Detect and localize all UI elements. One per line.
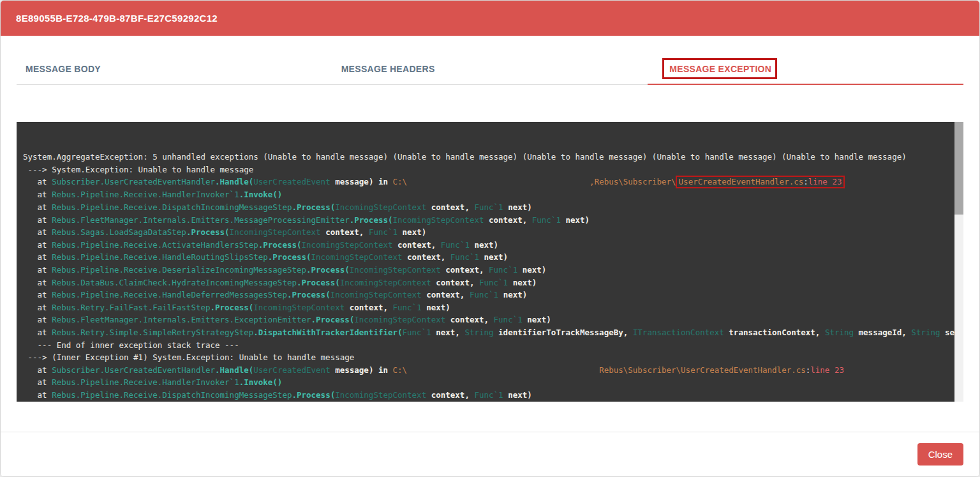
stack-line: ---> (Inner Exception #1) System.Excepti… xyxy=(23,351,963,364)
tab-label: MESSAGE HEADERS xyxy=(341,64,435,74)
annotation-box-code: UserCreatedEventHandler.cs:line 23 xyxy=(676,176,845,188)
stack-line: at Rebus.FleetManager.Internals.Emitters… xyxy=(23,401,963,402)
message-detail-modal: 8E89055B-E728-479B-87BF-E27C59292C12 MES… xyxy=(0,0,980,477)
stack-line: at Rebus.Pipeline.Receive.HandlerInvoker… xyxy=(23,376,963,389)
modal-footer: Close xyxy=(1,432,979,476)
close-button[interactable]: Close xyxy=(917,443,963,466)
stacktrace-lines: System.AggregateException: 5 unhandled e… xyxy=(23,151,963,402)
stack-line: at Rebus.Pipeline.Receive.DispatchIncomi… xyxy=(23,389,963,402)
modal-header: 8E89055B-E728-479B-87BF-E27C59292C12 xyxy=(1,1,979,36)
stack-line: at Rebus.Pipeline.Receive.ActivateHandle… xyxy=(23,239,963,252)
tab-label: MESSAGE BODY xyxy=(26,64,101,74)
stack-line: at Rebus.Pipeline.Receive.DeserializeInc… xyxy=(23,264,963,276)
stack-line: at Rebus.Pipeline.Receive.DispatchIncomi… xyxy=(23,201,963,214)
stack-line: --- End of inner exception stack trace -… xyxy=(23,339,963,352)
stack-line: at Rebus.Retry.FailFast.FailFastStep.Pro… xyxy=(23,301,963,314)
tab-message-body[interactable]: MESSAGE BODY xyxy=(17,57,332,84)
tab-label: MESSAGE EXCEPTION xyxy=(669,64,771,74)
stack-line: at Rebus.DataBus.ClaimCheck.HydrateIncom… xyxy=(23,276,963,289)
stack-line: System.AggregateException: 5 unhandled e… xyxy=(23,151,963,163)
stack-line: at Rebus.FleetManager.Internals.Emitters… xyxy=(23,214,963,227)
stack-line: at Subscriber.UserCreatedEventHandler.Ha… xyxy=(23,176,963,188)
stack-line: at Rebus.Sagas.LoadSagaDataStep.Process(… xyxy=(23,226,963,239)
tab-message-exception[interactable]: MESSAGE EXCEPTION xyxy=(648,57,963,85)
stack-line: at Subscriber.UserCreatedEventHandler.Ha… xyxy=(23,364,963,377)
stack-line: at Rebus.Pipeline.Receive.HandleRoutingS… xyxy=(23,251,963,264)
exception-stacktrace[interactable]: System.AggregateException: 5 unhandled e… xyxy=(17,122,963,402)
message-id-title: 8E89055B-E728-479B-87BF-E27C59292C12 xyxy=(16,13,218,24)
stack-line: at Rebus.FleetManager.Internals.Emitters… xyxy=(23,314,963,326)
scrollbar-track[interactable] xyxy=(954,122,963,402)
scrollbar-thumb[interactable] xyxy=(954,122,963,215)
stack-line: at Rebus.Pipeline.Receive.HandleDeferred… xyxy=(23,289,963,301)
tab-bar: MESSAGE BODYMESSAGE HEADERSMESSAGE EXCEP… xyxy=(17,57,963,85)
stack-line: ---> System.Exception: Unable to handle … xyxy=(23,163,963,176)
stack-line: at Rebus.Retry.Simple.SimpleRetryStrateg… xyxy=(23,326,963,339)
tab-message-headers[interactable]: MESSAGE HEADERS xyxy=(332,57,648,84)
stack-line: at Rebus.Pipeline.Receive.HandlerInvoker… xyxy=(23,188,963,201)
